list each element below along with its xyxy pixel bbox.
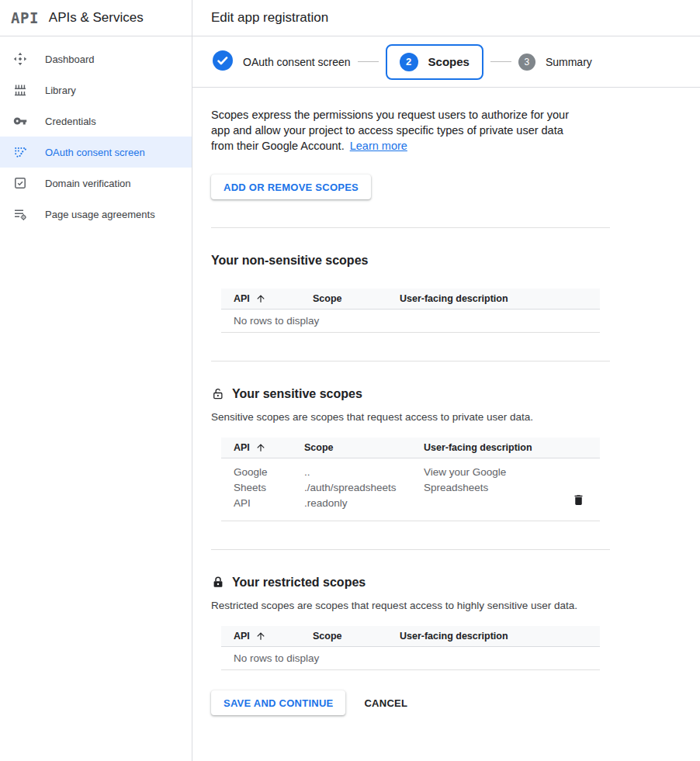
step-connector: [358, 61, 379, 62]
sensitive-scopes-title: Your sensitive scopes: [211, 387, 700, 401]
sidebar-item-label: Dashboard: [45, 54, 95, 65]
delete-scope-button[interactable]: [572, 481, 585, 496]
main-panel: Edit app registration OAuth consent scre…: [192, 0, 700, 761]
sidebar-item-label: Library: [45, 85, 76, 96]
scopes-intro-text: Scopes express the permissions you reque…: [211, 107, 630, 154]
table-header-row: API Scope User-facing description: [221, 438, 600, 458]
step-summary[interactable]: 3 Summary: [518, 54, 592, 71]
empty-table-row: No rows to display: [221, 647, 600, 670]
sensitive-scopes-description: Sensitive scopes are scopes that request…: [211, 411, 700, 423]
step-number-badge: 3: [518, 54, 535, 71]
add-or-remove-scopes-button[interactable]: ADD OR REMOVE SCOPES: [211, 175, 371, 199]
key-icon: [13, 114, 27, 128]
dashboard-icon: [13, 52, 27, 66]
step-number-badge: 2: [400, 53, 418, 71]
cell-actions: [572, 465, 600, 512]
sidebar-item-dashboard[interactable]: Dashboard: [0, 43, 192, 74]
section-divider: [211, 361, 610, 361]
save-and-continue-button[interactable]: SAVE AND CONTINUE: [211, 690, 345, 715]
sidebar-item-page-usage-agreements[interactable]: Page usage agreements: [0, 199, 192, 230]
app-window: API APIs & Services Dashboard: [0, 0, 700, 761]
oauth-consent-icon: [13, 145, 27, 159]
section-divider: [211, 549, 610, 550]
library-icon: [13, 83, 27, 97]
column-label: API: [234, 442, 250, 453]
step-label: Summary: [546, 56, 592, 68]
table-header-row: API Scope User-facing description: [221, 626, 600, 647]
column-label: API: [234, 293, 250, 304]
empty-table-row: No rows to display: [221, 310, 600, 333]
sort-ascending-icon: [255, 293, 266, 304]
content: Scopes express the permissions you reque…: [192, 88, 700, 761]
sidebar-item-domain-verification[interactable]: Domain verification: [0, 168, 192, 199]
restricted-scopes-table: API Scope User-facing description No row…: [221, 626, 600, 670]
column-label: Scope: [313, 293, 342, 304]
check-circle-icon: [213, 50, 233, 74]
step-oauth-consent-screen[interactable]: OAuth consent screen: [213, 50, 351, 74]
column-header-scope: Scope: [292, 442, 411, 453]
api-logo: API: [11, 9, 39, 26]
column-header-api[interactable]: API: [221, 442, 292, 453]
sidebar-item-label: OAuth consent screen: [45, 147, 145, 158]
column-header-api[interactable]: API: [221, 631, 300, 642]
column-label: Scope: [313, 631, 342, 642]
sidebar-header: API APIs & Services: [0, 0, 192, 36]
section-divider: [211, 227, 610, 228]
page-usage-agreements-icon: [13, 207, 27, 221]
sidebar-item-label: Domain verification: [45, 178, 131, 189]
sidebar-item-label: Credentials: [45, 116, 96, 127]
restricted-scopes-title: Your restricted scopes: [211, 576, 700, 590]
restricted-scopes-description: Restricted scopes are scopes that reques…: [211, 600, 700, 611]
column-header-description: User-facing description: [411, 442, 572, 453]
column-label: User-facing description: [424, 442, 532, 453]
non-sensitive-scopes-table: API Scope User-facing description No row…: [221, 289, 600, 333]
section-title-text: Your sensitive scopes: [232, 387, 362, 401]
step-scopes-active[interactable]: 2 Scopes: [386, 44, 483, 80]
trash-icon: [572, 493, 585, 507]
column-label: User-facing description: [400, 293, 508, 304]
column-label: Scope: [304, 442, 334, 453]
sidebar-title: APIs & Services: [49, 10, 144, 26]
column-header-api[interactable]: API: [221, 293, 300, 304]
column-header-description: User-facing description: [387, 631, 572, 642]
step-label: Scopes: [428, 55, 470, 68]
sidebar-item-library[interactable]: Library: [0, 74, 192, 106]
sidebar-nav: Dashboard Library Credentials: [0, 36, 192, 230]
sensitive-scopes-table: API Scope User-facing description Google…: [221, 438, 600, 521]
page-title: Edit app registration: [211, 10, 328, 26]
lock-open-icon: [211, 387, 225, 401]
sidebar-item-label: Page usage agreements: [45, 209, 155, 220]
section-title-text: Your restricted scopes: [232, 576, 366, 590]
column-label: User-facing description: [400, 631, 508, 642]
learn-more-link[interactable]: Learn more: [350, 140, 407, 152]
cancel-button[interactable]: CANCEL: [364, 697, 407, 709]
lock-closed-icon: [211, 576, 225, 590]
step-connector: [490, 61, 511, 62]
table-header-row: API Scope User-facing description: [221, 289, 600, 310]
sort-ascending-icon: [255, 631, 266, 642]
sidebar: API APIs & Services Dashboard: [0, 0, 192, 761]
sidebar-item-oauth-consent-screen[interactable]: OAuth consent screen: [0, 137, 192, 168]
page-header: Edit app registration: [192, 0, 700, 36]
cell-description: View your Google Spreadsheets: [411, 465, 572, 512]
footer-actions: SAVE AND CONTINUE CANCEL: [211, 690, 700, 715]
cell-api: Google Sheets API: [221, 465, 292, 512]
stepper: OAuth consent screen 2 Scopes 3 Summary: [192, 36, 700, 88]
sidebar-item-credentials[interactable]: Credentials: [0, 106, 192, 137]
column-label: API: [234, 631, 250, 642]
column-header-description: User-facing description: [387, 293, 572, 304]
column-header-scope: Scope: [300, 631, 387, 642]
column-header-scope: Scope: [300, 293, 387, 304]
table-row: Google Sheets API .. ./auth/spreadsheets…: [221, 458, 600, 521]
step-label: OAuth consent screen: [243, 56, 351, 68]
non-sensitive-scopes-title: Your non-sensitive scopes: [211, 254, 700, 268]
sort-ascending-icon: [255, 442, 266, 453]
section-title-text: Your non-sensitive scopes: [211, 254, 368, 268]
cell-scope: .. ./auth/spreadsheets .readonly: [292, 465, 411, 512]
domain-verification-icon: [13, 176, 27, 190]
